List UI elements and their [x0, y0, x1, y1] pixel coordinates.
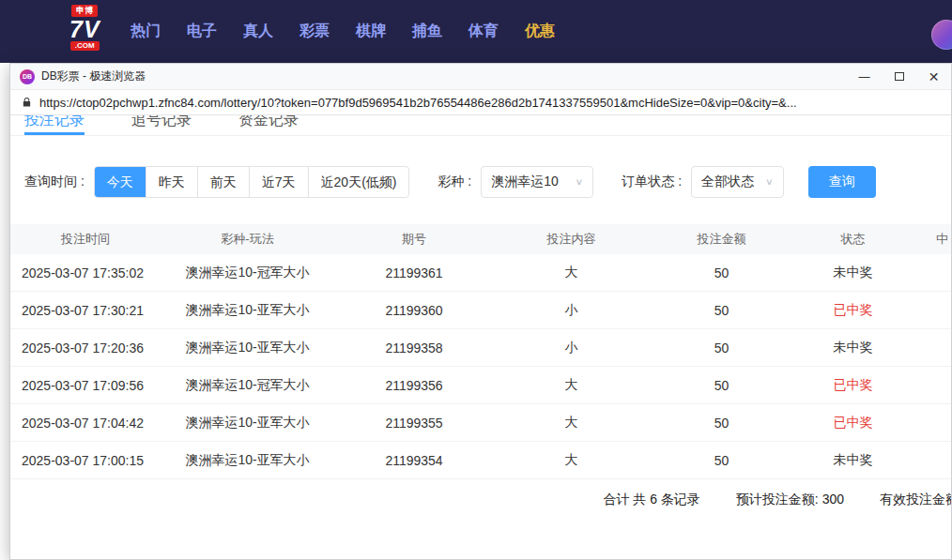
- nav-item[interactable]: 电子: [187, 22, 217, 41]
- tab[interactable]: 追号记录: [131, 115, 192, 135]
- time-option-group: 今天昨天前天近7天近20天(低频): [94, 166, 410, 198]
- table-header-cell: 状态: [794, 231, 912, 248]
- table-cell: 50: [649, 416, 794, 431]
- nav-item[interactable]: 热门: [131, 22, 161, 41]
- filter-bar: 查询时间 : 今天昨天前天近7天近20天(低频) 彩种 : 澳洲幸运10 ∨ 订…: [24, 166, 951, 198]
- table-cell: 未中奖: [794, 452, 912, 469]
- nav-item[interactable]: 彩票: [299, 22, 330, 41]
- status-filter-label: 订单状态 :: [622, 174, 682, 190]
- table-cell: 2025-03-07 17:30:21: [10, 303, 161, 318]
- table-cell: 大: [494, 452, 649, 469]
- table-cell: 澳洲幸运10-冠军大小: [161, 265, 334, 281]
- table-header-cell: 期号: [334, 231, 494, 248]
- site-logo[interactable]: 申博 7V .COM: [69, 5, 100, 51]
- table-cell: 21199356: [334, 378, 494, 393]
- table-cell: 已中奖: [794, 302, 912, 319]
- table-header: 投注时间彩种-玩法期号投注内容投注金额状态中: [10, 224, 951, 254]
- table-header-cell: 投注内容: [494, 231, 649, 248]
- table-row: 2025-03-07 17:04:42澳洲幸运10-亚军大小21199355大5…: [10, 404, 951, 442]
- window-controls: — ✕: [847, 64, 951, 90]
- table-cell: 2025-03-07 17:20:36: [10, 341, 161, 356]
- table-cell: 21199360: [334, 303, 494, 318]
- window-titlebar[interactable]: DB DB彩票 - 极速浏览器 — ✕: [10, 64, 951, 90]
- status-select[interactable]: 全部状态 ∨: [691, 166, 784, 198]
- table-cell: 50: [649, 303, 794, 318]
- close-button[interactable]: ✕: [916, 64, 951, 90]
- table-cell: 澳洲幸运10-亚军大小: [161, 415, 334, 431]
- time-option[interactable]: 前天: [197, 167, 249, 197]
- main-nav: 热门电子真人彩票棋牌捕鱼体育优惠: [131, 0, 555, 63]
- nav-item[interactable]: 棋牌: [356, 22, 386, 41]
- summary-total: 合计 共 6 条记录: [603, 492, 699, 508]
- tab[interactable]: 资金记录: [238, 115, 299, 135]
- tab[interactable]: 投注记录: [24, 115, 84, 135]
- table-cell: 小: [494, 302, 649, 319]
- table-row: 2025-03-07 17:00:15澳洲幸运10-亚军大小21199354大5…: [10, 442, 951, 479]
- logo-badge: 申博: [71, 5, 98, 17]
- url-text[interactable]: https://ctop02pchwp1.zfnc84.com/lottery/…: [39, 96, 797, 110]
- table-cell: 已中奖: [794, 415, 912, 431]
- table-row: 2025-03-07 17:30:21澳洲幸运10-亚军大小21199360小5…: [10, 292, 951, 329]
- table-cell: 大: [494, 265, 649, 281]
- summary-expected: 预计投注金额: 300: [736, 492, 844, 508]
- site-header: 申博 7V .COM 热门电子真人彩票棋牌捕鱼体育优惠: [0, 0, 952, 63]
- maximize-icon: [895, 72, 904, 81]
- table-cell: 50: [649, 265, 794, 280]
- table-cell: 2025-03-07 17:09:56: [10, 378, 161, 393]
- lock-icon: [22, 97, 32, 108]
- table-cell: 50: [649, 341, 794, 356]
- page-content: 投注记录追号记录资金记录 查询时间 : 今天昨天前天近7天近20天(低频) 彩种…: [10, 115, 951, 559]
- summary-bar: 合计 共 6 条记录 预计投注金额: 300 有效投注金额: [10, 492, 951, 508]
- table-cell: 未中奖: [794, 340, 912, 356]
- lottery-select-value: 澳洲幸运10: [491, 174, 559, 190]
- user-avatar[interactable]: [931, 20, 952, 50]
- time-option[interactable]: 近20天(低频): [308, 167, 409, 197]
- table-cell: 2025-03-07 17:04:42: [10, 416, 161, 431]
- address-bar[interactable]: https://ctop02pchwp1.zfnc84.com/lottery/…: [10, 90, 951, 115]
- table-cell: 澳洲幸运10-亚军大小: [161, 302, 334, 319]
- nav-item[interactable]: 体育: [468, 22, 499, 41]
- table-cell: 已中奖: [794, 377, 912, 394]
- table-cell: 大: [494, 377, 649, 394]
- time-option[interactable]: 昨天: [146, 167, 197, 197]
- table-cell: 大: [494, 415, 649, 431]
- table-body: 2025-03-07 17:35:02澳洲幸运10-冠军大小21199361大5…: [10, 254, 951, 479]
- table-cell: 21199361: [334, 265, 494, 280]
- time-option[interactable]: 今天: [95, 167, 146, 197]
- browser-window: DB DB彩票 - 极速浏览器 — ✕ https://ctop02pchwp1…: [9, 63, 952, 560]
- table-header-cell: 投注时间: [10, 231, 161, 248]
- logo-text: 7V: [69, 17, 100, 41]
- search-button[interactable]: 查询: [808, 166, 876, 198]
- chevron-down-icon: ∨: [575, 176, 583, 187]
- summary-valid: 有效投注金额: [880, 492, 951, 508]
- table-cell: 2025-03-07 17:35:02: [10, 265, 161, 280]
- table-cell: 2025-03-07 17:00:15: [10, 453, 161, 468]
- nav-item[interactable]: 捕鱼: [412, 22, 442, 41]
- table-cell: 21199358: [334, 341, 494, 356]
- table-row: 2025-03-07 17:20:36澳洲幸运10-亚军大小21199358小5…: [10, 329, 951, 367]
- table-cell: 澳洲幸运10-亚军大小: [161, 340, 334, 356]
- minimize-button[interactable]: —: [847, 64, 882, 90]
- logo-suffix: .COM: [70, 41, 100, 51]
- table-cell: 澳洲幸运10-冠军大小: [161, 377, 334, 394]
- table-cell: 澳洲幸运10-亚军大小: [161, 452, 334, 469]
- nav-item[interactable]: 真人: [243, 22, 273, 41]
- table-cell: 未中奖: [794, 265, 912, 281]
- table-header-cell: 中: [912, 231, 951, 248]
- status-select-value: 全部状态: [701, 174, 754, 190]
- table-cell: 50: [649, 453, 794, 468]
- table-cell: 小: [494, 340, 649, 356]
- records-table: 投注时间彩种-玩法期号投注内容投注金额状态中 2025-03-07 17:35:…: [10, 224, 951, 479]
- site-favicon-icon: DB: [20, 69, 35, 84]
- table-row: 2025-03-07 17:35:02澳洲幸运10-冠军大小21199361大5…: [10, 254, 951, 292]
- nav-item[interactable]: 优惠: [525, 22, 555, 41]
- chevron-down-icon: ∨: [765, 176, 774, 187]
- table-cell: 50: [649, 378, 794, 393]
- maximize-button[interactable]: [882, 64, 916, 90]
- time-filter-label: 查询时间 :: [24, 174, 84, 190]
- table-cell: 21199354: [334, 453, 494, 468]
- table-row: 2025-03-07 17:09:56澳洲幸运10-冠军大小21199356大5…: [10, 367, 951, 404]
- time-option[interactable]: 近7天: [249, 167, 308, 197]
- tab-bar-inner: 投注记录追号记录资金记录: [24, 115, 299, 135]
- lottery-select[interactable]: 澳洲幸运10 ∨: [481, 166, 593, 198]
